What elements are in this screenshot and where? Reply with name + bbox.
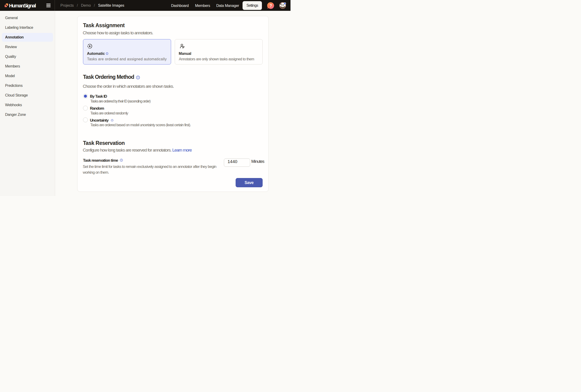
svg-text:?: ?	[270, 3, 272, 8]
